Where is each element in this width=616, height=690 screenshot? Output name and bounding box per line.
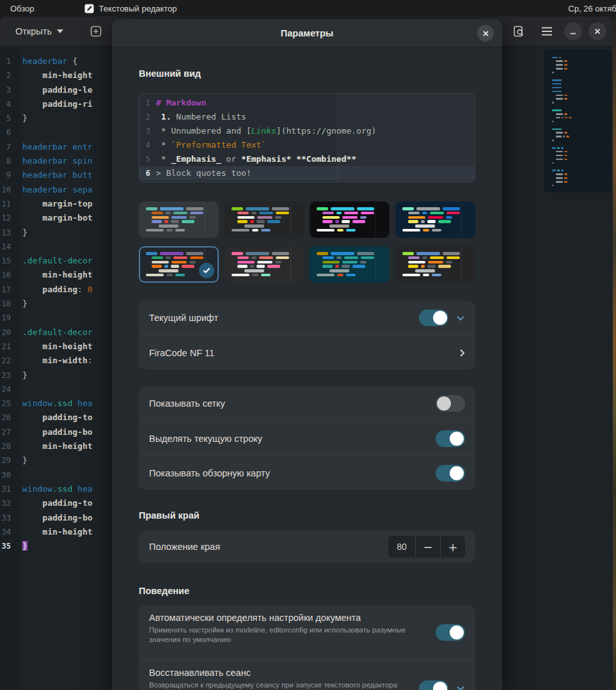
line-number: 31 xyxy=(0,482,19,496)
line-number: 33 xyxy=(0,511,19,525)
line-number: 14 xyxy=(0,240,19,254)
highlight-line-toggle[interactable] xyxy=(436,430,465,447)
restore-session-toggle[interactable] xyxy=(419,680,448,690)
open-document-button[interactable]: Открыть xyxy=(10,22,68,40)
line-number: 7 xyxy=(0,140,19,154)
preview-line: 5 * _Emphasis_ or *Emphasis* **Combined*… xyxy=(139,152,475,166)
line-number: 20 xyxy=(0,325,19,340)
spin-increment-button[interactable]: + xyxy=(441,536,465,558)
use-system-font-label: Текущий шрифт xyxy=(149,313,419,323)
section-right-margin: Правый край xyxy=(139,510,200,521)
style-scheme-option[interactable] xyxy=(139,246,219,283)
use-system-font-row[interactable]: Текущий шрифт xyxy=(139,301,475,335)
use-system-font-toggle[interactable] xyxy=(419,310,448,326)
show-grid-toggle[interactable] xyxy=(436,395,465,412)
line-number: 29 xyxy=(0,453,19,467)
hamburger-menu-icon xyxy=(541,26,553,36)
show-grid-row[interactable]: Показывать сетку xyxy=(139,386,475,421)
chevron-right-icon xyxy=(459,349,465,357)
margin-position-row: Положение края 80 − + xyxy=(139,531,475,563)
clock-menu-button[interactable]: Ср, 26 октябр xyxy=(568,0,616,17)
line-number: 5 xyxy=(139,152,156,166)
preview-line: 2 1. Numbered Lists xyxy=(139,110,475,124)
font-name-label: FiraCode NF 11 xyxy=(149,348,452,358)
spin-decrement-button[interactable]: − xyxy=(416,536,440,558)
scheme-row-1 xyxy=(139,201,475,238)
line-number: 1 xyxy=(139,96,156,110)
minimap-line xyxy=(552,184,612,187)
restore-session-subtitle: Возвращаться к предыдущему сеансу при за… xyxy=(149,680,405,690)
style-scheme-option[interactable] xyxy=(225,201,304,238)
minimize-button[interactable] xyxy=(564,22,582,40)
line-number: 9 xyxy=(0,168,19,182)
line-number: 32 xyxy=(0,496,19,510)
line-number: 13 xyxy=(0,226,19,240)
chevron-down-icon[interactable] xyxy=(456,686,465,690)
section-behavior: Поведение xyxy=(139,586,189,596)
line-number: 21 xyxy=(0,340,19,354)
scheme-row-2 xyxy=(139,246,475,283)
overview-map-label: Показывать обзорную карту xyxy=(149,468,436,478)
discover-settings-row[interactable]: Автоматически определять настройки докум… xyxy=(139,605,475,659)
line-number: 2 xyxy=(0,68,19,82)
line-number: 5 xyxy=(0,111,19,125)
close-icon xyxy=(594,27,601,35)
app-menu-button[interactable]: Текстовый редактор xyxy=(78,0,184,17)
line-number: 16 xyxy=(0,268,19,282)
chevron-down-icon xyxy=(57,29,63,33)
main-menu-button[interactable] xyxy=(536,20,558,42)
window-close-button[interactable] xyxy=(588,22,606,40)
highlight-line-label: Выделять текущую строку xyxy=(149,434,436,444)
overview-map-row[interactable]: Показывать обзорную карту xyxy=(139,455,475,490)
line-number: 23 xyxy=(0,368,19,382)
minimize-icon xyxy=(569,27,577,35)
right-margin-line xyxy=(337,94,338,182)
line-number: 24 xyxy=(0,382,19,396)
line-number: 10 xyxy=(0,183,19,197)
style-scheme-option[interactable] xyxy=(310,246,390,283)
line-number: 25 xyxy=(0,396,19,411)
line-number: 30 xyxy=(0,468,19,482)
chevron-down-icon[interactable] xyxy=(456,315,465,321)
line-number: 26 xyxy=(0,411,19,425)
activities-button[interactable]: Обзор xyxy=(0,0,45,17)
dialog-close-button[interactable] xyxy=(477,25,494,42)
overview-map-toggle[interactable] xyxy=(436,465,465,482)
document-properties-button[interactable] xyxy=(508,20,530,42)
display-group: Показывать сетку Выделять текущую строку… xyxy=(139,386,475,490)
line-number: 35 xyxy=(0,539,19,553)
show-grid-label: Показывать сетку xyxy=(149,398,436,409)
line-number: 3 xyxy=(0,83,19,97)
line-number: 3 xyxy=(139,124,156,138)
margin-position-label: Положение края xyxy=(149,542,388,552)
margin-position-spinbutton: 80 − + xyxy=(388,536,465,558)
preview-line: 3 * Unnumbered and [Links](https://gnome… xyxy=(139,124,475,138)
style-scheme-option[interactable] xyxy=(310,201,390,238)
overview-map[interactable] xyxy=(544,49,612,192)
section-appearance: Внешний вид xyxy=(139,68,201,79)
line-number: 4 xyxy=(139,138,156,152)
custom-font-row[interactable]: FiraCode NF 11 xyxy=(139,335,475,370)
discover-settings-title: Автоматически определять настройки докум… xyxy=(149,613,465,623)
line-number: 22 xyxy=(0,354,19,368)
desktop-wallpaper xyxy=(613,17,616,690)
line-number: 12 xyxy=(0,211,19,225)
line-number: 11 xyxy=(0,197,19,211)
restore-session-row[interactable]: Восстанавливать сеанс Возвращаться к пре… xyxy=(139,659,475,690)
preferences-content[interactable]: Внешний вид 1# Markdown2 1. Numbered Lis… xyxy=(112,47,502,690)
restore-session-title: Восстанавливать сеанс xyxy=(149,668,465,678)
style-scheme-option[interactable] xyxy=(395,201,475,238)
style-preview: 1# Markdown2 1. Numbered Lists3 * Unnumb… xyxy=(139,93,475,182)
style-scheme-option[interactable] xyxy=(225,246,304,283)
style-scheme-option[interactable] xyxy=(139,201,219,238)
highlight-line-row[interactable]: Выделять текущую строку xyxy=(139,421,475,455)
new-tab-button[interactable] xyxy=(85,20,107,42)
preview-line: 4 * `Preformatted Text` xyxy=(139,138,475,152)
discover-settings-toggle[interactable] xyxy=(436,624,465,641)
preview-lines: 1# Markdown2 1. Numbered Lists3 * Unnumb… xyxy=(139,94,475,180)
preview-line: 6> Block quotes too! xyxy=(139,166,475,180)
spin-value[interactable]: 80 xyxy=(388,542,415,552)
style-scheme-option[interactable] xyxy=(395,246,475,283)
line-number: 6 xyxy=(0,125,19,139)
line-number: 18 xyxy=(0,297,19,311)
